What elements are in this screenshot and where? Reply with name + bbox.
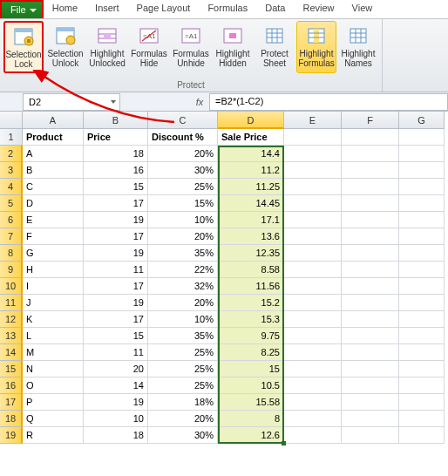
cell[interactable]: N <box>23 361 84 377</box>
cell[interactable]: 14.4 <box>218 146 284 162</box>
row-header-15[interactable]: 15 <box>0 361 23 377</box>
cell[interactable] <box>342 311 399 328</box>
cell[interactable]: 11 <box>84 344 148 361</box>
cell[interactable]: 18 <box>84 146 148 162</box>
cell[interactable]: Sale Price <box>218 129 284 146</box>
cell[interactable] <box>284 377 342 394</box>
cell[interactable] <box>399 328 445 344</box>
row-header-19[interactable]: 19 <box>0 427 23 444</box>
cell[interactable]: 25% <box>148 344 218 361</box>
cell[interactable] <box>342 295 399 311</box>
cell[interactable] <box>342 162 399 179</box>
row-header-5[interactable]: 5 <box>0 195 23 212</box>
cell[interactable]: 12.35 <box>218 245 284 262</box>
cell[interactable] <box>284 195 342 212</box>
tab-review[interactable]: Review <box>294 0 343 18</box>
cell[interactable]: 35% <box>148 328 218 344</box>
cell[interactable] <box>284 278 342 295</box>
cell[interactable]: 17 <box>84 195 148 212</box>
cell[interactable]: 17.1 <box>218 212 284 228</box>
formulas-hide-button[interactable]: =A1 Formulas Hide <box>129 21 169 73</box>
cell[interactable]: 11.2 <box>218 162 284 179</box>
cell[interactable]: 10% <box>148 311 218 328</box>
cell[interactable] <box>284 411 342 427</box>
tab-insert[interactable]: Insert <box>86 0 128 18</box>
row-header-6[interactable]: 6 <box>0 212 23 228</box>
highlight-unlocked-button[interactable]: Highlight Unlocked <box>87 21 127 73</box>
cell[interactable] <box>342 394 399 411</box>
cell[interactable]: R <box>23 427 84 444</box>
cell[interactable]: C <box>23 179 84 195</box>
cell[interactable] <box>342 262 399 278</box>
col-header-F[interactable]: F <box>342 112 399 129</box>
cell[interactable] <box>399 129 445 146</box>
cell[interactable]: 15 <box>218 361 284 377</box>
cell[interactable] <box>399 195 445 212</box>
row-header-12[interactable]: 12 <box>0 311 23 328</box>
cell[interactable] <box>284 212 342 228</box>
cell[interactable]: 19 <box>84 245 148 262</box>
cell[interactable] <box>399 179 445 195</box>
cell[interactable] <box>399 427 445 444</box>
cell[interactable] <box>284 328 342 344</box>
cell[interactable]: 15 <box>84 179 148 195</box>
cell[interactable]: 10 <box>84 411 148 427</box>
cell[interactable]: 20% <box>148 146 218 162</box>
cell[interactable]: 17 <box>84 278 148 295</box>
cell[interactable] <box>399 262 445 278</box>
cell[interactable]: Discount % <box>148 129 218 146</box>
row-header-17[interactable]: 17 <box>0 394 23 411</box>
cell[interactable]: 19 <box>84 394 148 411</box>
cell[interactable] <box>399 245 445 262</box>
cell[interactable] <box>342 195 399 212</box>
protect-sheet-button[interactable]: Protect Sheet <box>255 21 295 73</box>
cell[interactable] <box>342 179 399 195</box>
cell[interactable]: B <box>23 162 84 179</box>
tab-home[interactable]: Home <box>44 0 86 18</box>
cell[interactable]: 13.6 <box>218 228 284 245</box>
cell[interactable]: 20% <box>148 295 218 311</box>
cell[interactable] <box>284 179 342 195</box>
tab-view[interactable]: View <box>343 0 382 18</box>
col-header-E[interactable]: E <box>284 112 342 129</box>
cell[interactable]: 30% <box>148 427 218 444</box>
cell[interactable] <box>399 295 445 311</box>
cell[interactable] <box>284 295 342 311</box>
col-header-C[interactable]: C <box>148 112 218 129</box>
fx-label[interactable]: fx <box>190 97 209 107</box>
cell[interactable] <box>342 361 399 377</box>
col-header-D[interactable]: D <box>218 112 284 129</box>
tab-formulas[interactable]: Formulas <box>199 0 256 18</box>
cell[interactable]: 16 <box>84 162 148 179</box>
cell[interactable] <box>284 129 342 146</box>
row-header-3[interactable]: 3 <box>0 162 23 179</box>
cell[interactable]: 35% <box>148 245 218 262</box>
cell[interactable] <box>399 361 445 377</box>
cell[interactable]: 10% <box>148 212 218 228</box>
selection-lock-button[interactable]: Selection Lock <box>3 21 44 73</box>
row-header-16[interactable]: 16 <box>0 377 23 394</box>
cell[interactable]: M <box>23 344 84 361</box>
cell[interactable]: 15 <box>84 328 148 344</box>
cell[interactable] <box>342 344 399 361</box>
cell[interactable] <box>342 245 399 262</box>
cell[interactable]: 8 <box>218 411 284 427</box>
cell[interactable]: 18 <box>84 427 148 444</box>
cell[interactable]: 14 <box>84 377 148 394</box>
row-header-2[interactable]: 2 <box>0 146 23 162</box>
row-header-7[interactable]: 7 <box>0 228 23 245</box>
name-box[interactable]: D2 <box>23 93 120 111</box>
cell[interactable] <box>342 146 399 162</box>
cell[interactable]: J <box>23 295 84 311</box>
tab-pagelayout[interactable]: Page Layout <box>128 0 200 18</box>
cell[interactable]: H <box>23 262 84 278</box>
cell[interactable]: 11 <box>84 262 148 278</box>
cell[interactable]: 11.56 <box>218 278 284 295</box>
col-header-G[interactable]: G <box>399 112 445 129</box>
cell[interactable]: 15% <box>148 195 218 212</box>
cell[interactable] <box>284 162 342 179</box>
cell[interactable] <box>284 262 342 278</box>
cell[interactable]: 20% <box>148 411 218 427</box>
cell[interactable]: 32% <box>148 278 218 295</box>
cell[interactable] <box>284 311 342 328</box>
